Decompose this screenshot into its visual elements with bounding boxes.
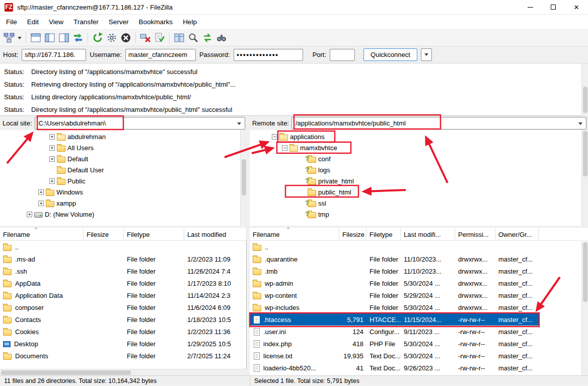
tree-item-mamxbvhtce[interactable]: − mamxbvhtce — [250, 142, 588, 153]
expand-icon[interactable]: + — [49, 134, 55, 140]
menu-item-file[interactable]: File — [1, 15, 22, 29]
tree-item-private-html[interactable]: private_html — [250, 175, 588, 186]
local-site-combo[interactable]: C:\Users\abdulrehman\ — [35, 117, 245, 130]
tree-item-all-users[interactable]: + All Users — [0, 142, 246, 153]
tree-item-applications[interactable]: − applications — [250, 131, 588, 142]
tree-item-abdulrehman[interactable]: + abdulrehman — [0, 131, 246, 142]
file-row[interactable]: loaderio-4bb520... 41 Text Doc... 9/26/2… — [250, 362, 539, 374]
column-header-permissions[interactable]: Permissi... — [455, 228, 495, 240]
remote-site-combo[interactable]: /applications/mamxbvhtce/public_html — [291, 117, 586, 130]
toggle-message-log-button[interactable] — [29, 31, 43, 45]
file-row[interactable]: Application Data File folder 11/14/2024 … — [0, 289, 246, 301]
find-files-button[interactable] — [214, 31, 229, 45]
file-row[interactable]: AppData File folder 1/17/2023 8:10 — [0, 277, 246, 289]
column-header-filename[interactable]: Filename — [250, 228, 339, 240]
file-row[interactable]: .tmb File folder 11/10/2023... drwxrwx..… — [250, 265, 539, 277]
expand-icon[interactable]: + — [38, 189, 44, 195]
menu-item-transfer[interactable]: Transfer — [68, 15, 104, 29]
tree-item-conf[interactable]: conf — [250, 153, 588, 164]
quickconnect-button[interactable]: Quickconnect — [363, 48, 417, 61]
collapse-icon[interactable]: − — [272, 134, 277, 140]
column-header-last-modified[interactable]: Last modifi... — [401, 228, 455, 240]
file-row[interactable]: wp-content File folder 5/29/2024 ... drw… — [250, 289, 539, 301]
tree-item-public-html[interactable]: public_html — [250, 186, 588, 198]
file-row[interactable]: index.php 418 PHP File 5/30/2024 ... -rw… — [250, 338, 539, 350]
column-header-last-modified[interactable]: Last modified — [184, 228, 247, 240]
file-row[interactable]: .. — [0, 241, 246, 253]
file-row[interactable]: Desktop File folder 1/29/2025 10:5 — [0, 338, 246, 350]
scrollbar-thumb[interactable] — [583, 131, 587, 176]
column-header-owner-group[interactable]: Owner/Gr... — [495, 228, 539, 240]
last-modified: 11/6/2024 6:09 — [184, 304, 247, 311]
port-input[interactable] — [330, 49, 355, 61]
scrollbar-thumb[interactable] — [242, 159, 246, 196]
scrollbar-thumb[interactable] — [583, 242, 587, 302]
refresh-button[interactable] — [91, 31, 105, 45]
log-scrollbar[interactable] — [581, 63, 588, 116]
file-row[interactable]: .user.ini 124 Configur... 9/11/2023 ... … — [250, 326, 539, 338]
file-row[interactable]: .ssh File folder 11/26/2024 7:4 — [0, 265, 246, 277]
reconnect-button[interactable] — [153, 31, 167, 45]
file-row[interactable]: wp-admin File folder 5/30/2024 ... drwxr… — [250, 277, 539, 289]
menu-item-view[interactable]: View — [44, 15, 68, 29]
column-header-filename[interactable]: Filename — [0, 228, 84, 240]
toggle-local-tree-button[interactable] — [43, 31, 57, 45]
collapse-icon[interactable]: − — [282, 145, 287, 151]
column-header-filetype[interactable]: Filetype — [366, 228, 401, 240]
menu-item-edit[interactable]: Edit — [22, 15, 44, 29]
remote-tree-scrollbar[interactable] — [581, 130, 588, 226]
file-row[interactable]: Cookies File folder 1/2/2023 11:36 — [0, 326, 246, 338]
synchronized-browsing-button[interactable] — [186, 31, 200, 45]
site-manager-dropdown-button[interactable] — [16, 31, 23, 45]
tree-item-logs[interactable]: logs — [250, 164, 588, 175]
file-row[interactable]: .quarantine File folder 11/10/2023... dr… — [250, 253, 539, 265]
column-header-filetype[interactable]: Filetype — [124, 228, 184, 240]
username-input[interactable] — [125, 49, 196, 61]
expand-icon[interactable]: + — [27, 212, 32, 217]
close-button[interactable]: × — [565, 0, 588, 14]
tree-item-public[interactable]: + Public — [0, 175, 246, 186]
minimize-button[interactable] — [519, 0, 542, 14]
scrollbar-thumb[interactable] — [583, 87, 587, 113]
filter-button[interactable] — [200, 31, 214, 45]
file-row[interactable]: composer File folder 11/6/2024 6:09 — [0, 301, 246, 313]
maximize-button[interactable] — [542, 0, 565, 14]
toggle-remote-tree-button[interactable] — [57, 31, 71, 45]
tree-item-xampp[interactable]: + xampp — [0, 198, 246, 209]
host-input[interactable] — [22, 49, 86, 61]
file-row[interactable]: Documents File folder 2/7/2025 11:24 — [0, 350, 246, 362]
file-row[interactable]: wp-includes File folder 5/30/2024 ... dr… — [250, 301, 539, 313]
tree-item-default[interactable]: + Default — [0, 153, 246, 164]
cancel-button[interactable] — [119, 31, 133, 45]
local-list-hscrollbar[interactable] — [0, 369, 247, 375]
file-row[interactable]: license.txt 19,935 Text Doc... 5/30/2024… — [250, 350, 539, 362]
scrollbar-thumb[interactable] — [1, 370, 131, 375]
tree-item-default-user[interactable]: Default User — [0, 164, 246, 175]
directory-comparison-button[interactable] — [172, 31, 186, 45]
column-header-filesize[interactable]: Filesize — [339, 228, 366, 240]
disconnect-button[interactable] — [138, 31, 153, 45]
process-queue-button[interactable] — [105, 31, 119, 45]
expand-icon[interactable]: + — [49, 156, 55, 162]
file-row[interactable]: .ms-ad File folder 1/2/2023 11:09 — [0, 253, 246, 265]
local-tree-scrollbar[interactable] — [240, 130, 247, 226]
remote-list-scrollbar[interactable] — [581, 241, 588, 375]
tree-item-tmp[interactable]: tmp — [250, 209, 588, 220]
expand-icon[interactable]: + — [49, 145, 55, 151]
column-header-filesize[interactable]: Filesize — [84, 228, 124, 240]
password-input[interactable] — [234, 49, 303, 61]
file-row-htaccess-selected[interactable]: .htaccess 5,791 HTACCE... 11/15/2024... … — [250, 313, 539, 326]
file-row[interactable]: Contacts File folder 1/18/2023 10:5 — [0, 313, 246, 326]
menu-item-bookmarks[interactable]: Bookmarks — [134, 15, 178, 29]
menu-item-help[interactable]: Help — [178, 15, 202, 29]
menu-item-server[interactable]: Server — [104, 15, 134, 29]
file-row[interactable]: .. — [250, 241, 539, 253]
tree-item-windows[interactable]: + Windows — [0, 186, 246, 198]
tree-item-ssl[interactable]: ssl — [250, 198, 588, 209]
toggle-transfer-queue-button[interactable] — [71, 31, 85, 45]
quickconnect-dropdown-button[interactable] — [421, 48, 432, 61]
tree-item-d-drive[interactable]: + D: (New Volume) — [0, 209, 246, 220]
expand-icon[interactable]: + — [38, 201, 44, 206]
expand-icon[interactable]: + — [49, 178, 55, 184]
site-manager-button[interactable] — [2, 31, 16, 45]
